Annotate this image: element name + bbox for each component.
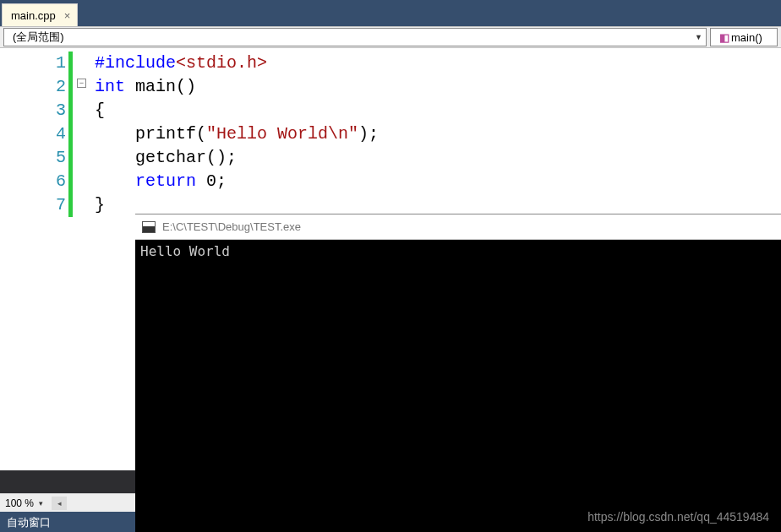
function-label: ◧main() <box>719 31 762 44</box>
line-number: 3 <box>0 99 73 122</box>
line-number: 7 <box>0 193 73 217</box>
nav-dropdown-bar: (全局范围) ▼ ◧main() <box>0 26 781 48</box>
outline-collapse-toggle[interactable]: − <box>77 79 86 88</box>
console-title: E:\C\TEST\Debug\TEST.exe <box>162 220 301 233</box>
autos-panel-title: 自动窗口 <box>7 516 51 529</box>
change-indicator-bar <box>68 52 73 217</box>
line-number: 4 <box>0 122 73 146</box>
console-output[interactable]: Hello World https://blog.csdn.net/qq_445… <box>135 240 781 532</box>
line-number: 2 <box>0 75 73 99</box>
code-token: main() <box>125 77 196 96</box>
console-window: E:\C\TEST\Debug\TEST.exe Hello World htt… <box>135 214 781 532</box>
tab-label: main.cpp <box>11 9 56 22</box>
line-number: 5 <box>0 146 73 170</box>
tab-main-cpp[interactable]: main.cpp × <box>2 3 78 26</box>
code-token: ); <box>358 124 379 144</box>
scroll-left-button[interactable]: ◂ <box>52 497 67 510</box>
tab-strip-empty <box>78 3 781 26</box>
method-icon: ◧ <box>719 31 729 44</box>
line-number-gutter: 1 2 3 4 5 6 7 <box>0 48 73 470</box>
code-token <box>95 171 135 191</box>
code-token: "Hello World\n" <box>206 124 358 144</box>
scope-dropdown[interactable]: (全局范围) ▼ <box>3 28 707 46</box>
code-token: return <box>135 171 196 191</box>
code-token: printf( <box>95 124 206 144</box>
code-token: getchar(); <box>95 148 237 167</box>
console-icon <box>142 221 156 233</box>
code-token: int <box>95 77 125 96</box>
zoom-level-label: 100 % <box>5 497 34 509</box>
code-token: } <box>95 195 105 214</box>
code-token: <stdio.h> <box>176 53 267 73</box>
line-number: 6 <box>0 170 73 193</box>
console-output-line: Hello World <box>140 243 230 259</box>
scope-label: (全局范围) <box>13 30 64 45</box>
code-token: { <box>95 100 105 120</box>
editor-tab-strip: main.cpp × <box>0 3 781 26</box>
chevron-down-icon[interactable]: ▾ <box>39 499 43 508</box>
code-token: #include <box>95 53 176 73</box>
code-token: 0; <box>196 171 227 191</box>
line-number: 1 <box>0 52 73 75</box>
function-dropdown[interactable]: ◧main() <box>710 28 778 46</box>
autos-panel-header[interactable]: 自动窗口 <box>0 512 135 532</box>
chevron-down-icon: ▼ <box>695 33 702 41</box>
close-icon[interactable]: × <box>63 9 73 22</box>
zoom-control[interactable]: 100 % ▾ ◂ <box>0 493 135 512</box>
watermark-text: https://blog.csdn.net/qq_44519484 <box>587 510 769 524</box>
console-titlebar[interactable]: E:\C\TEST\Debug\TEST.exe <box>135 214 781 240</box>
